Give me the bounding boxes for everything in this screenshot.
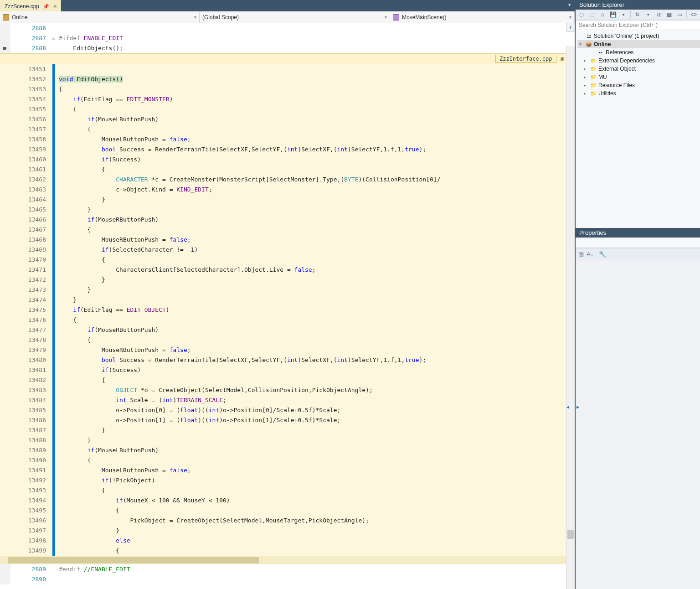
line-number: 13486 [10, 415, 51, 425]
forward-icon[interactable]: ◌ [588, 11, 596, 18]
expand-icon[interactable]: ▾ [579, 42, 584, 46]
chevron-down-icon[interactable]: ▾ [644, 11, 652, 18]
tree-item-ext-obj[interactable]: ▸ 📁 External Object [577, 65, 700, 73]
tab-label: ZzzScene.cpp [5, 3, 39, 10]
code-line: } [57, 285, 575, 295]
line-number: 13494 [10, 496, 51, 506]
line-number: 2888 [10, 43, 51, 53]
scrollbar-thumb[interactable] [567, 530, 574, 539]
show-all-icon[interactable]: ▦ [665, 11, 673, 18]
properties-icon[interactable]: ▭ [676, 11, 683, 18]
line-number: 13465 [10, 205, 51, 215]
expand-icon[interactable]: ▸ [584, 58, 588, 63]
peek-horizontal-scrollbar[interactable] [0, 556, 575, 564]
code-line: MouseLButtonPush = false; [57, 134, 575, 145]
properties-toolbar: ▦ A↓ 🔧 [576, 248, 700, 260]
tree-item-mu[interactable]: ▸ 📁 MU [577, 73, 700, 81]
navigation-bar: Online ▾ (Global Scope) ▾ MoveMainScene(… [0, 11, 575, 23]
code-line: { [57, 255, 575, 265]
fold-toggle[interactable]: ⊟ [51, 33, 57, 43]
home-icon[interactable]: ⌂ [599, 11, 606, 18]
line-number: 13471 [10, 265, 51, 275]
tree-label: References [606, 49, 633, 56]
expand-icon[interactable]: ▸ [584, 83, 588, 88]
tab-active-file[interactable]: ZzzScene.cpp 📌 ✕ [0, 0, 61, 11]
expand-icon[interactable]: ▸ [584, 67, 588, 71]
line-number: 13474 [10, 295, 51, 305]
line-number: 13478 [10, 335, 51, 345]
refresh-icon[interactable]: ↻ [634, 11, 641, 18]
peek-promote-icon[interactable]: ▣ [561, 56, 564, 62]
code-line: } [57, 435, 575, 445]
solution-tree[interactable]: 🗂 Solution 'Online' (1 project) ▾ 📦 Onli… [576, 30, 700, 228]
code-line: int Scale = (int)TERRAIN_SCALE; [57, 395, 575, 405]
breakpoint-marker[interactable] [3, 47, 6, 50]
code-line: { [57, 225, 575, 235]
categorize-icon[interactable]: ▦ [578, 251, 584, 258]
pin-icon[interactable]: 📌 [43, 4, 49, 10]
close-icon[interactable]: ✕ [53, 4, 57, 10]
code-line: if(EditFlag == EDIT_OBJECT) [57, 305, 575, 315]
nav-scope-dropdown[interactable]: (Global Scope) ▾ [200, 11, 390, 23]
chevron-down-icon[interactable]: ▾ [620, 11, 627, 18]
line-number: 13451 [10, 64, 51, 74]
tree-label: External Object [598, 66, 636, 72]
line-number: 13475 [10, 305, 51, 315]
tree-label: Utilities [598, 90, 616, 97]
tree-item-ext-deps[interactable]: ▸ 📁 External Dependencies [577, 57, 700, 65]
code-icon[interactable]: <> [690, 11, 697, 18]
code-line: CharactersClient[SelectedCharacter].Obje… [57, 265, 575, 275]
code-line: if(MouseRButtonPush) [57, 215, 575, 225]
folder-icon: 📁 [590, 74, 597, 80]
tree-item-utilities[interactable]: ▸ 📁 Utilities [577, 89, 700, 98]
peek-file-tab[interactable]: ZzzInterface.cpp [495, 55, 556, 63]
editor-vertical-scrollbar[interactable] [566, 46, 575, 589]
alphabetical-icon[interactable]: A↓ [587, 251, 593, 258]
nav-function-dropdown[interactable]: MoveMainScene() ▾ [390, 11, 575, 23]
line-number: 13497 [10, 526, 51, 536]
solution-search-input[interactable] [578, 21, 700, 29]
tree-project-node[interactable]: ▾ 📦 Online [577, 40, 700, 48]
code-line: o->Position[0] = (float)((int)o->Positio… [57, 405, 575, 415]
tree-item-references[interactable]: ▪▪ References [577, 48, 700, 57]
expand-icon[interactable]: ▸ [584, 91, 588, 96]
method-icon [393, 14, 399, 21]
line-number: 2890 [10, 574, 51, 584]
collapse-icon[interactable]: ⧉ [655, 11, 662, 18]
line-number: 13495 [10, 506, 51, 516]
tree-label: Online [594, 41, 611, 47]
line-number: 13469 [10, 245, 51, 255]
line-number: 13477 [10, 325, 51, 335]
line-number: 13458 [10, 134, 51, 145]
nav-project-dropdown[interactable]: Online ▾ [0, 11, 200, 23]
line-number: 13459 [10, 145, 51, 155]
expand-icon[interactable]: ▸ [584, 75, 588, 79]
peek-window-body[interactable]: 1345113452⊟void EditObjects()13453{13454… [0, 64, 575, 556]
back-icon[interactable]: ◌ [578, 11, 585, 18]
code-line: c->Object.Kind = KIND_EDIT; [57, 185, 575, 195]
line-number: 13491 [10, 465, 51, 475]
code-line: } [57, 526, 575, 536]
code-line: { [57, 335, 575, 345]
line-number: 13463 [10, 185, 51, 195]
tab-overflow-button[interactable]: ▾ [565, 0, 575, 11]
tree-item-resource-files[interactable]: ▸ 📁 Resource Files [577, 81, 700, 89]
pane-split-handle[interactable] [570, 405, 576, 410]
save-icon[interactable]: 💾 [609, 11, 617, 18]
solution-search[interactable] [576, 20, 700, 30]
line-number: 13457 [10, 124, 51, 134]
code-editor[interactable]: + 2886 2887 ⊟ #ifdef ENABLE_EDIT [0, 23, 575, 589]
scrollbar-thumb[interactable] [8, 557, 259, 563]
line-number: 13496 [10, 516, 51, 526]
line-number: 13499 [10, 546, 51, 556]
code-line: PickObject = CreateObject(SelectModel,Mo… [57, 516, 575, 526]
property-pages-icon[interactable]: 🔧 [599, 251, 606, 258]
line-number: 13460 [10, 155, 51, 165]
tree-solution-node[interactable]: 🗂 Solution 'Online' (1 project) [577, 32, 700, 40]
code-line: MouseRButtonPush = false; [57, 345, 575, 355]
peek-window-header: ZzzInterface.cpp ▣ ✕ [0, 53, 575, 64]
folder-icon: 📁 [590, 82, 597, 88]
references-icon: ▪▪ [597, 49, 604, 56]
nav-function-label: MoveMainScene() [402, 14, 446, 21]
line-number: 13479 [10, 345, 51, 355]
